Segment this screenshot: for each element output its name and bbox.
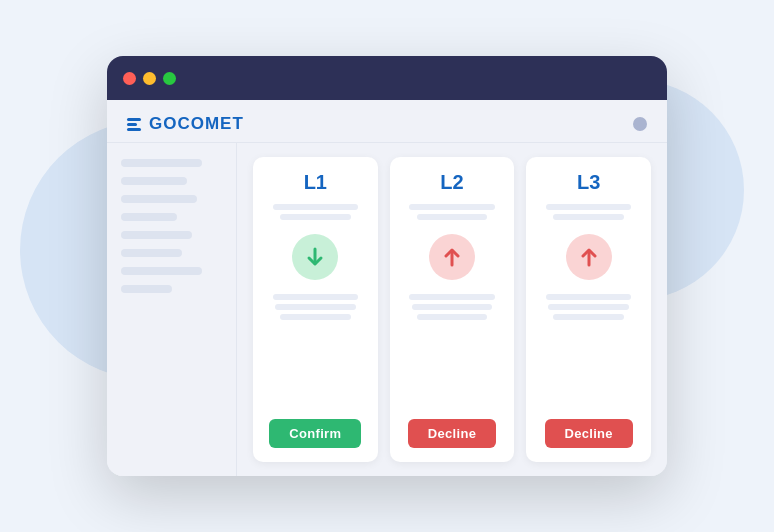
card-l2-arrow-circle [429, 234, 475, 280]
card-l3-bline-2 [548, 304, 629, 310]
browser-content: GOCOMET [107, 100, 667, 476]
logo: GOCOMET [127, 114, 244, 134]
card-l1-bline-1 [273, 294, 359, 300]
sidebar-line-6 [121, 249, 182, 257]
app-header: GOCOMET [107, 100, 667, 143]
logo-text: GOCOMET [149, 114, 244, 134]
browser-window: GOCOMET [107, 56, 667, 476]
card-l1-line-1 [273, 204, 359, 210]
decline-button-l2[interactable]: Decline [408, 419, 496, 448]
confirm-button[interactable]: Confirm [269, 419, 361, 448]
header-dot [633, 117, 647, 131]
logo-comet: COMET [177, 114, 243, 133]
sidebar-line-5 [121, 231, 192, 239]
logo-go: GO [149, 114, 177, 133]
sidebar-line-4 [121, 213, 177, 221]
card-l1-arrow-circle [292, 234, 338, 280]
arrow-down-icon [304, 246, 326, 268]
decline-button-l3[interactable]: Decline [545, 419, 633, 448]
main-layout: L1 [107, 143, 667, 476]
logo-lines-icon [127, 118, 141, 131]
card-l2-bline-1 [409, 294, 495, 300]
sidebar-line-2 [121, 177, 187, 185]
sidebar-line-7 [121, 267, 202, 275]
card-l3-arrow-circle [566, 234, 612, 280]
arrow-up-icon-l2 [441, 246, 463, 268]
card-l2-line-2 [417, 214, 487, 220]
card-l1-bottom-lines [265, 294, 366, 320]
traffic-light-close[interactable] [123, 72, 136, 85]
card-l3-bline-3 [553, 314, 623, 320]
sidebar-line-3 [121, 195, 197, 203]
card-l3: L3 [526, 157, 651, 462]
traffic-light-maximize[interactable] [163, 72, 176, 85]
card-l2-bline-2 [412, 304, 493, 310]
card-l3-bottom-lines [538, 294, 639, 320]
card-l1-top-lines [265, 204, 366, 220]
traffic-lights [123, 72, 176, 85]
sidebar [107, 143, 237, 476]
card-l1-label: L1 [304, 171, 327, 194]
card-l1-line-2 [280, 214, 350, 220]
card-l2-line-1 [409, 204, 495, 210]
logo-line-2 [127, 123, 137, 126]
traffic-light-minimize[interactable] [143, 72, 156, 85]
card-l2: L2 [390, 157, 515, 462]
arrow-up-icon-l3 [578, 246, 600, 268]
logo-icon [127, 118, 143, 131]
card-l2-top-lines [402, 204, 503, 220]
card-l1-bline-2 [275, 304, 356, 310]
cards-container: L1 [253, 157, 651, 462]
title-bar [107, 56, 667, 100]
card-l3-label: L3 [577, 171, 600, 194]
card-l1: L1 [253, 157, 378, 462]
card-l3-line-1 [546, 204, 632, 210]
card-l1-bline-3 [280, 314, 350, 320]
card-l3-line-2 [553, 214, 623, 220]
cards-area: L1 [237, 143, 667, 476]
card-l2-bottom-lines [402, 294, 503, 320]
card-l3-bline-1 [546, 294, 632, 300]
card-l2-label: L2 [440, 171, 463, 194]
logo-line-3 [127, 128, 141, 131]
card-l2-bline-3 [417, 314, 487, 320]
sidebar-line-1 [121, 159, 202, 167]
logo-line-1 [127, 118, 141, 121]
card-l3-top-lines [538, 204, 639, 220]
sidebar-line-8 [121, 285, 172, 293]
